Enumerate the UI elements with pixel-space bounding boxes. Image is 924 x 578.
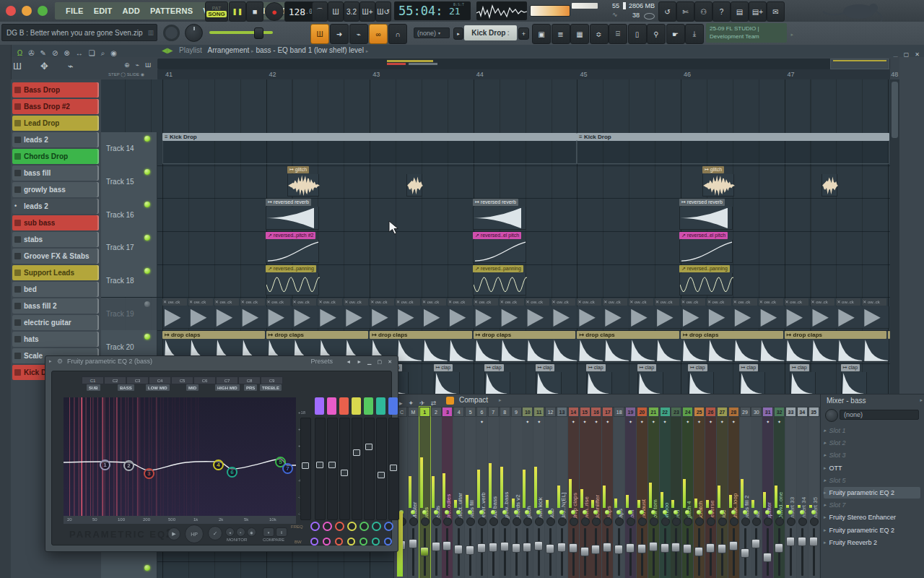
channel-pan-knob[interactable] <box>627 517 635 526</box>
channel-name[interactable]: rever..verb <box>480 440 487 519</box>
time-display[interactable]: 55:04: 21 B:S:T <box>394 1 471 20</box>
channel-number[interactable]: 6 <box>476 407 487 417</box>
pattern-picker-none[interactable]: (none) ▾ <box>414 27 450 38</box>
channel-number[interactable]: 27 <box>717 407 728 417</box>
channel-pan-knob[interactable] <box>489 517 498 526</box>
mixer-channel-Insert 33[interactable]: 33Insert 33 <box>785 407 796 578</box>
eq-bw-knob[interactable] <box>347 538 355 545</box>
clip-audio-glitch[interactable] <box>821 166 837 197</box>
typing-keyboard-icon[interactable]: 3.2 <box>344 1 359 22</box>
eq-check-button[interactable]: ✓ <box>208 526 222 540</box>
channel-mute-led[interactable] <box>640 510 644 514</box>
eq-band-slider-handle[interactable] <box>353 449 360 456</box>
cpu-meter[interactable] <box>530 5 570 17</box>
pattern-item-support-leads[interactable]: Support Leads <box>12 265 99 280</box>
eq-band-handle-3[interactable]: 3 <box>144 468 154 479</box>
mixer-channel-sub bass[interactable]: 7sub bass <box>488 407 499 578</box>
mixer-channel-glitch[interactable]: 10✦glitch <box>522 407 533 578</box>
step-edit-icon[interactable]: Ш+ <box>359 1 375 22</box>
stop-button[interactable]: ■ <box>246 1 263 22</box>
channel-number[interactable]: M <box>408 407 419 417</box>
magic-hat-icon[interactable]: ∩ <box>388 24 407 44</box>
channel-pan-knob[interactable] <box>718 517 727 526</box>
mixer-layout-arrow[interactable]: ▸ <box>499 397 502 403</box>
channel-pan-knob[interactable] <box>730 517 738 526</box>
channel-mute-led[interactable] <box>720 510 724 514</box>
draw-icon[interactable]: ✎ <box>38 49 49 57</box>
channel-fx-icon[interactable]: ✦ <box>568 418 579 426</box>
plugin-icon[interactable]: ⚲ <box>647 24 666 44</box>
channel-fader[interactable] <box>546 544 554 553</box>
pattern-item-leads-2[interactable]: •leads 2 <box>12 199 99 214</box>
clip-automation-pitch[interactable]: ↗ reversed..el pitch <box>473 232 526 263</box>
channel-name[interactable]: reverse <box>709 440 716 519</box>
clip-audio-swell[interactable]: ↦ reversed reverb <box>266 199 319 230</box>
mixer-channel-exhaust[interactable]: 20✦exhaust <box>637 407 648 578</box>
channel-pan-knob[interactable] <box>421 517 430 526</box>
channel-fader[interactable] <box>432 542 440 551</box>
track-row-track-17[interactable]: Track 17↗ reversed..pitch #2↗ reversed..… <box>101 231 890 265</box>
channel-mute-led[interactable] <box>559 510 564 514</box>
eq-plugin-window[interactable]: ▸ ⚙ Fruity parametric EQ 2 (bass) Preset… <box>45 355 398 552</box>
hint-bar[interactable]: DG B : Better when you are gone Sven.zip… <box>1 24 157 41</box>
eq-band-cap[interactable] <box>352 397 361 415</box>
channel-pan-knob[interactable] <box>650 517 658 526</box>
channel-pan-knob[interactable] <box>787 517 796 526</box>
pattern-item-bass-drop[interactable]: Bass Drop <box>12 82 99 98</box>
menu-edit[interactable]: EDIT <box>89 7 118 15</box>
help-icon[interactable]: ? <box>712 1 731 22</box>
feedback-icon[interactable]: ✉ <box>767 1 785 22</box>
eq-band-cell-c3[interactable]: C3 <box>126 376 149 384</box>
mixer-channel-grow..bass[interactable]: 8grow..bass <box>500 407 510 578</box>
channel-mute-led[interactable] <box>491 510 495 514</box>
channel-number[interactable]: 26 <box>705 407 716 417</box>
channel-mute-led[interactable] <box>663 510 667 514</box>
pattern-item-stabs[interactable]: stabs <box>12 232 99 247</box>
pattern-prev-button[interactable]: ▸ <box>453 27 463 40</box>
mixer-channel-Insert 35[interactable]: 35Insert 35 <box>808 407 819 578</box>
channel-fx-icon[interactable]: ✦ <box>660 418 671 426</box>
menu-patterns[interactable]: PATTERNS <box>145 7 198 15</box>
pattern-item-electric-guitar[interactable]: electric guitar <box>12 315 99 330</box>
mixer-channel-shak..loop[interactable]: 28✦shak..loop <box>728 407 739 578</box>
mixer-channel-tom[interactable]: 19✦tom <box>625 407 636 578</box>
channel-name[interactable]: bass fill 2 <box>744 440 751 519</box>
channel-name[interactable]: tom <box>629 440 636 519</box>
mute-tool-icon[interactable]: ⊗ <box>61 49 72 57</box>
eq-bw-knob[interactable] <box>335 538 343 545</box>
mixer-channel-rever..verb[interactable]: 6✦rever..verb <box>476 407 487 578</box>
clip-audio-clap[interactable]: ↦ clap <box>841 364 867 395</box>
channel-number[interactable]: 4 <box>453 407 464 417</box>
channel-fader[interactable] <box>649 542 658 551</box>
channel-fx-icon[interactable]: ✦ <box>728 418 739 426</box>
channel-name[interactable]: Insert 33 <box>789 440 796 519</box>
track-row-track-15[interactable]: Track 15↦ glitch↦ glitch <box>101 165 890 199</box>
fx-slot-6[interactable]: ▸Fruity parametric EQ 2 <box>824 487 920 499</box>
mixer-channel-bed[interactable]: 23bed <box>671 407 681 578</box>
channel-number[interactable]: 17 <box>602 407 613 417</box>
eq-band-cell-c7[interactable]: C7 <box>216 376 238 384</box>
eq-band-handle-4[interactable]: 4 <box>213 460 224 470</box>
eq-band-cap[interactable] <box>364 397 373 415</box>
gear-icon[interactable]: ⚙ <box>57 358 63 365</box>
clip-audio-clap[interactable]: ↦ clap <box>637 364 663 395</box>
channel-pan-knob[interactable] <box>707 517 715 526</box>
song-mode-toggle[interactable]: PAT SONG <box>205 1 228 22</box>
eq-band-slider[interactable] <box>364 418 375 520</box>
slot-selector[interactable]: (none) <box>840 410 919 420</box>
eq-compare-group[interactable]: ▾ ⇕ COMPARE <box>263 526 292 543</box>
channel-number[interactable]: 5 <box>465 407 476 417</box>
channel-mute-led[interactable] <box>731 510 736 514</box>
mixer-channel-downlifter[interactable]: 16✦downlifter <box>590 407 601 578</box>
track-mute-led[interactable] <box>144 136 150 142</box>
mixer-swap-icon[interactable]: ⇄ <box>428 400 440 407</box>
clip-automation-panning[interactable]: ↗ reversed..panning <box>266 265 319 296</box>
channel-name[interactable]: stab <box>549 440 556 519</box>
channel-fader[interactable] <box>477 543 486 553</box>
channel-fader[interactable] <box>661 543 669 553</box>
channel-fader[interactable] <box>409 539 417 548</box>
eq-bw-knob[interactable] <box>372 538 380 545</box>
mixer-channel-dro..odies[interactable]: 3dro..odies <box>442 407 453 578</box>
version-badge[interactable]: 25-09 FL STUDIO | Development Team ▸ <box>706 23 787 43</box>
fx-slot-9[interactable]: ▸Fruity parametric EQ 2 <box>824 525 920 536</box>
